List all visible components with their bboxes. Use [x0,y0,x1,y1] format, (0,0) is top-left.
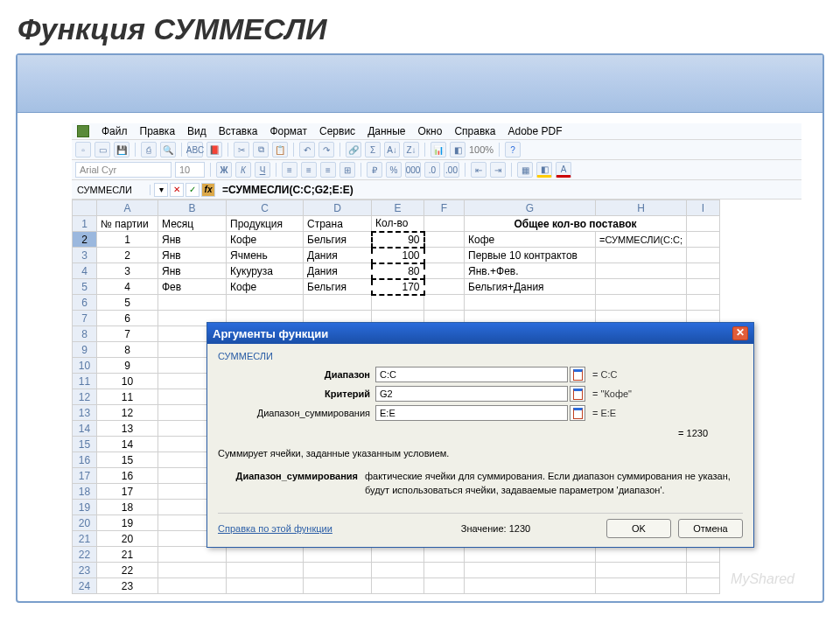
arg-input-criteria[interactable]: G2 [375,386,568,402]
row-header[interactable]: 1 [73,216,97,232]
cell[interactable] [465,563,596,578]
col-header[interactable]: B [158,200,227,216]
cell[interactable] [596,263,687,279]
new-icon[interactable]: ▫ [75,142,91,158]
copy-icon[interactable]: ⧉ [253,142,269,158]
currency-icon[interactable]: ₽ [367,162,382,178]
row-header[interactable]: 4 [73,263,97,279]
dec-decimal-icon[interactable]: .00 [444,162,459,178]
col-header[interactable]: A [97,200,158,216]
cell[interactable]: 22 [97,563,158,578]
cell[interactable] [596,295,687,311]
font-color-icon[interactable]: A [556,162,571,178]
cell[interactable]: 90 [372,232,424,248]
cell[interactable]: 2 [97,248,158,263]
zoom-level[interactable]: 100% [469,144,494,155]
arg-input-sumrange[interactable]: E:E [375,405,568,421]
cell[interactable] [424,263,465,279]
cell[interactable] [227,578,304,594]
help-link[interactable]: Справка по этой функции [218,523,332,534]
row-header[interactable]: 11 [73,374,97,389]
col-header[interactable]: E [372,200,424,216]
cell[interactable]: Янв [158,232,227,248]
cell[interactable] [372,563,424,578]
cell[interactable]: Фев [158,279,227,295]
cell[interactable] [687,563,720,578]
cell[interactable] [465,578,596,594]
row-header[interactable]: 14 [73,421,97,437]
cell[interactable]: Кофе [465,232,596,248]
cell[interactable] [372,547,424,563]
print-icon[interactable]: ⎙ [141,142,157,158]
cell[interactable]: 10 [97,374,158,389]
cell[interactable] [596,248,687,263]
row-header[interactable]: 21 [73,531,97,547]
sort-asc-icon[interactable]: A↓ [384,142,400,158]
cell[interactable]: 4 [97,279,158,295]
inc-indent-icon[interactable]: ⇥ [490,162,506,178]
cell[interactable] [304,578,372,594]
cell[interactable]: Страна [304,216,372,232]
row-header[interactable]: 3 [73,248,97,263]
row-header[interactable]: 20 [73,515,97,531]
col-header[interactable]: H [596,200,687,216]
select-all[interactable] [73,200,97,216]
cell[interactable] [687,216,720,232]
cell[interactable] [372,578,424,594]
row-header[interactable]: 2 [73,232,97,248]
cell[interactable]: Кол-во [372,216,424,232]
cell[interactable]: Дания [304,248,372,263]
cell[interactable]: Кофе [227,232,304,248]
row-header[interactable]: 10 [73,358,97,374]
cell[interactable] [687,232,720,248]
cell[interactable] [227,547,304,563]
autosum-icon[interactable]: Σ [365,142,381,158]
active-cell[interactable]: =СУММЕСЛИ(C:C; [596,232,687,248]
cell[interactable] [424,279,465,295]
open-icon[interactable]: ▭ [94,142,110,158]
preview-icon[interactable]: 🔍 [160,142,176,158]
cell[interactable]: 19 [97,515,158,531]
cell[interactable]: 21 [97,547,158,563]
bold-icon[interactable]: Ж [216,162,232,178]
cell[interactable]: Бельгия [304,232,372,248]
cell[interactable]: Дания [304,263,372,279]
italic-icon[interactable]: К [235,162,251,178]
merge-icon[interactable]: ⊞ [340,162,355,178]
cell[interactable]: Ячмень [227,248,304,263]
menu-edit[interactable]: Правка [140,125,176,137]
cell[interactable]: Кофе [227,279,304,295]
cell[interactable]: Янв [158,263,227,279]
cell[interactable]: 20 [97,531,158,547]
col-header[interactable]: G [465,200,596,216]
cell[interactable] [424,547,465,563]
cell[interactable]: Кукуруза [227,263,304,279]
cancel-formula-icon[interactable]: ✕ [170,183,184,197]
cell[interactable]: 3 [97,263,158,279]
cell[interactable]: Первые 10 контрактов [465,248,596,263]
cell[interactable]: 9 [97,358,158,374]
ref-selector-icon[interactable] [570,405,585,421]
cell[interactable] [372,295,424,311]
dec-indent-icon[interactable]: ⇤ [471,162,486,178]
cell[interactable] [596,279,687,295]
thousands-icon[interactable]: 000 [405,162,421,178]
dialog-titlebar[interactable]: Аргументы функции ✕ [207,323,753,344]
menu-view[interactable]: Вид [187,125,206,137]
cell[interactable] [227,295,304,311]
cell[interactable]: 14 [97,437,158,452]
underline-icon[interactable]: Ч [255,162,270,178]
row-header[interactable]: 5 [73,279,97,295]
font-selector[interactable]: Arial Cyr [75,162,172,178]
cell[interactable] [465,547,596,563]
undo-icon[interactable]: ↶ [299,142,315,158]
cell[interactable]: 12 [97,405,158,421]
cell[interactable] [158,295,227,311]
row-header[interactable]: 24 [73,578,97,594]
cell[interactable]: 17 [97,484,158,500]
chart-icon[interactable]: 📊 [430,142,446,158]
cell[interactable]: 8 [97,342,158,358]
cell[interactable]: № партии [97,216,158,232]
cell[interactable]: 11 [97,389,158,405]
research-icon[interactable]: 📕 [206,142,222,158]
